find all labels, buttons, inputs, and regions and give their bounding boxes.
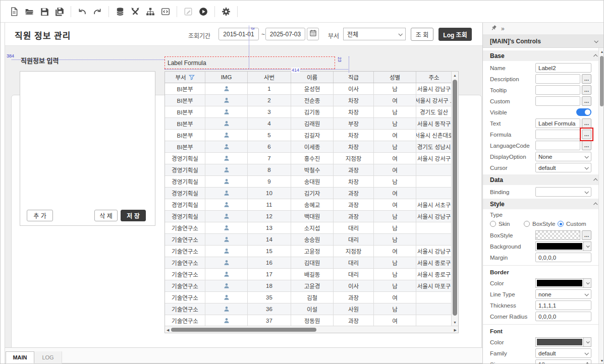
dropdown-button[interactable]	[583, 242, 591, 251]
boxstyle-ellipsis-button[interactable]: …	[582, 230, 591, 240]
add-button[interactable]: 추 가	[27, 210, 53, 221]
toolbar-hierarchy-button[interactable]	[143, 5, 158, 19]
dropdown-button[interactable]	[583, 279, 591, 287]
pin-icon[interactable]	[490, 24, 497, 33]
column-header-2[interactable]: IMG	[205, 72, 248, 83]
collapse-panel-icon[interactable]: »	[501, 25, 505, 32]
scroll-up-icon[interactable]: ▲	[600, 50, 604, 53]
table-row[interactable]: 기술연구소15고윤정지점장여서울시 강남구	[165, 246, 452, 257]
table-row[interactable]: 기술연구소35김철과장여	[165, 292, 452, 304]
thickness-input[interactable]: 1,1,1,1	[535, 300, 591, 310]
scroll-down-icon[interactable]: ▼	[600, 359, 604, 362]
section-header-style[interactable]: Style	[483, 199, 602, 209]
delete-button[interactable]: 삭 제	[94, 210, 118, 221]
table-row[interactable]: 기술연구소18고윤경이사남서울시 마포구	[165, 280, 452, 292]
radio-boxstyle[interactable]: BoxStyle	[524, 221, 558, 227]
visible-toggle[interactable]	[576, 108, 591, 116]
table-row[interactable]: 기술연구소37정동원과장여	[165, 315, 452, 327]
custom-input[interactable]	[535, 96, 580, 106]
toolbar-undo-button[interactable]	[75, 5, 90, 19]
tooltip-ellipsis-button[interactable]: …	[582, 85, 591, 95]
boxstyle-swatch[interactable]	[535, 230, 580, 240]
size-number-input[interactable]: 13	[535, 359, 591, 364]
dropdown-button[interactable]	[583, 338, 591, 346]
table-row[interactable]: 경영기획실9송대원차장남	[165, 176, 452, 188]
toolbar-save-all-button[interactable]	[52, 5, 67, 19]
section-header-data[interactable]: Data	[483, 174, 602, 185]
tab-main[interactable]: MAIN	[6, 351, 34, 363]
cursor-select[interactable]: default	[535, 163, 591, 172]
toolbar-redo-button[interactable]	[90, 5, 105, 19]
search-button[interactable]: 조 회	[411, 28, 433, 41]
table-row[interactable]: 기술연구소36이설사원남	[165, 304, 452, 315]
displayoption-select[interactable]: None	[535, 152, 591, 161]
column-header-3[interactable]: 사번	[248, 72, 291, 83]
dept-select[interactable]: 전체	[343, 28, 406, 40]
tooltip-input[interactable]	[535, 85, 580, 95]
toolbar-tools-button[interactable]	[128, 5, 143, 19]
radio-skin[interactable]: Skin	[490, 221, 524, 227]
table-row[interactable]: 경영기획실8박철수과장여	[165, 164, 452, 176]
formula-input[interactable]	[535, 130, 580, 139]
panel-title-bar[interactable]: [MAIN]'s Controls	[483, 35, 604, 48]
column-header-6[interactable]: 성별	[374, 72, 416, 83]
toolbar-save-button[interactable]	[37, 5, 52, 19]
log-search-button[interactable]: Log 조회	[438, 28, 472, 41]
line-type-select[interactable]: none	[535, 289, 591, 299]
languagecode-input[interactable]	[535, 141, 580, 150]
description-ellipsis-button[interactable]: …	[582, 74, 591, 84]
scroll-up-icon[interactable]: ▲	[453, 74, 457, 77]
text-ellipsis-button[interactable]: …	[582, 118, 591, 128]
color-color-dropdown[interactable]	[535, 337, 591, 347]
name-input[interactable]: Label2	[535, 63, 591, 73]
margin-input[interactable]: 0,0,0,0	[535, 253, 591, 262]
table-row[interactable]: BI본부4김래원부장남서울시 동작구	[165, 118, 452, 130]
table-row[interactable]: BI본부1윤성현이사남서울시 강남구	[165, 83, 452, 95]
section-header-base[interactable]: Base	[483, 50, 602, 61]
date-to-input[interactable]: 2025-07-03	[265, 28, 305, 40]
filter-icon[interactable]	[189, 74, 195, 80]
tab-log[interactable]: LOG	[34, 351, 62, 363]
grid-horizontal-scrollbar[interactable]: ◀ ▶	[165, 326, 458, 333]
family-select[interactable]: default	[535, 348, 591, 358]
grid-vertical-scrollbar[interactable]: ▲ ▼	[451, 72, 458, 326]
horizontal-scroll-thumb[interactable]	[171, 328, 316, 332]
toolbar-new-file-button[interactable]	[7, 5, 22, 19]
table-row[interactable]: 경영기획실10김기자과장여	[165, 188, 452, 199]
table-row[interactable]: 기술연구소14송승원대리남	[165, 234, 452, 246]
toolbar-code-button[interactable]	[158, 5, 173, 19]
table-row[interactable]: BI본부5김길자차장여서울시 신촌대로	[165, 130, 452, 141]
table-row[interactable]: BI본부3김기동차장남경기도 일산	[165, 106, 452, 118]
scroll-down-icon[interactable]: ▼	[453, 321, 457, 324]
description-input[interactable]	[535, 74, 580, 84]
table-row[interactable]: BI본부6이세종차장남경기도 성남시	[165, 141, 452, 153]
text-input[interactable]: Label Formula	[535, 118, 580, 128]
corner-radius-input[interactable]: 0,0,0,0	[535, 312, 591, 321]
color-color-dropdown[interactable]	[535, 278, 591, 288]
scroll-left-icon[interactable]: ◀	[167, 328, 169, 332]
selected-label-control[interactable]: Label Formula	[164, 56, 335, 69]
spinner-icon[interactable]	[586, 362, 589, 364]
table-row[interactable]: 경영기획실12백대원과장남서울시 강남구	[165, 211, 452, 222]
table-row[interactable]: 경영기획실7홍수진지점장여서울시 강서구	[165, 153, 452, 164]
table-row[interactable]: 기술연구소13소지섭대리남	[165, 222, 452, 234]
column-header-7[interactable]: 주소	[416, 72, 452, 83]
panel-scrollbar[interactable]: ▲ ▼	[598, 48, 604, 364]
table-row[interactable]: 기술연구소17배길동대리남서울시 종로구	[165, 269, 452, 280]
table-row[interactable]: 경영기획실11송혜교과장여서울시 서초구	[165, 199, 452, 211]
calendar-button[interactable]	[307, 28, 319, 40]
background-color-dropdown[interactable]	[535, 241, 591, 251]
binding-select[interactable]	[535, 187, 591, 197]
custom-ellipsis-button[interactable]: …	[582, 96, 591, 106]
column-header-5[interactable]: 직급	[334, 72, 374, 83]
toolbar-database-button[interactable]	[113, 5, 128, 19]
table-row[interactable]: 기술연구소16김대원대리남서울시 종로구	[165, 257, 452, 269]
toolbar-open-folder-button[interactable]	[22, 5, 37, 19]
toolbar-settings-button[interactable]	[218, 5, 234, 19]
scroll-right-icon[interactable]: ▶	[454, 328, 457, 332]
radio-custom[interactable]: Custom	[558, 221, 591, 227]
languagecode-ellipsis-button[interactable]: …	[582, 141, 591, 150]
panel-scroll-thumb[interactable]	[600, 56, 603, 106]
formula-ellipsis-button[interactable]: …	[582, 130, 591, 139]
save-button[interactable]: 저 장	[121, 210, 146, 221]
